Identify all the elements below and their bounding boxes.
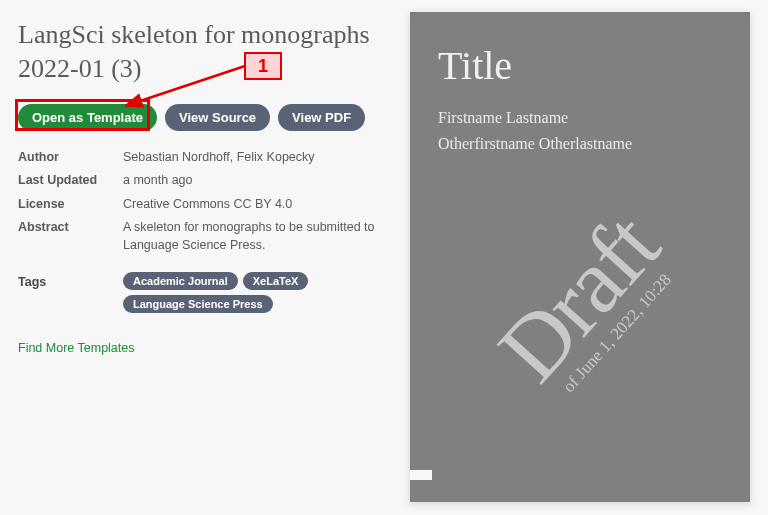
view-pdf-button[interactable]: View PDF [278,104,365,131]
view-source-button[interactable]: View Source [165,104,270,131]
tag-item[interactable]: Language Science Press [123,295,273,313]
find-more-link[interactable]: Find More Templates [18,341,135,355]
updated-value: a month ago [123,172,388,190]
license-label: License [18,196,123,214]
author-label: Author [18,149,123,167]
tag-item[interactable]: Academic Journal [123,272,238,290]
abstract-label: Abstract [18,219,123,254]
tag-item[interactable]: XeLaTeX [243,272,309,290]
preview-title: Title [410,12,750,105]
tags-label: Tags [18,272,123,289]
tags-list: Academic Journal XeLaTeX Language Scienc… [123,272,388,313]
updated-label: Last Updated [18,172,123,190]
preview-author-2: Otherfirstname Otherlastname [410,131,750,157]
page-title: LangSci skeleton for monographs 2022-01 … [18,18,388,86]
metadata-block: Author Sebastian Nordhoff, Felix Kopecky… [18,149,388,255]
license-value: Creative Commons CC BY 4.0 [123,196,388,214]
preview-author-1: Firstname Lastname [410,105,750,131]
page-corner-mark [410,470,432,480]
author-value: Sebastian Nordhoff, Felix Kopecky [123,149,388,167]
document-preview: Title Firstname Lastname Otherfirstname … [410,12,750,502]
open-as-template-button[interactable]: Open as Template [18,104,157,131]
abstract-value: A skeleton for monographs to be submitte… [123,219,388,254]
draft-watermark: Draft of June 1, 2022, 10:28 [487,203,686,408]
